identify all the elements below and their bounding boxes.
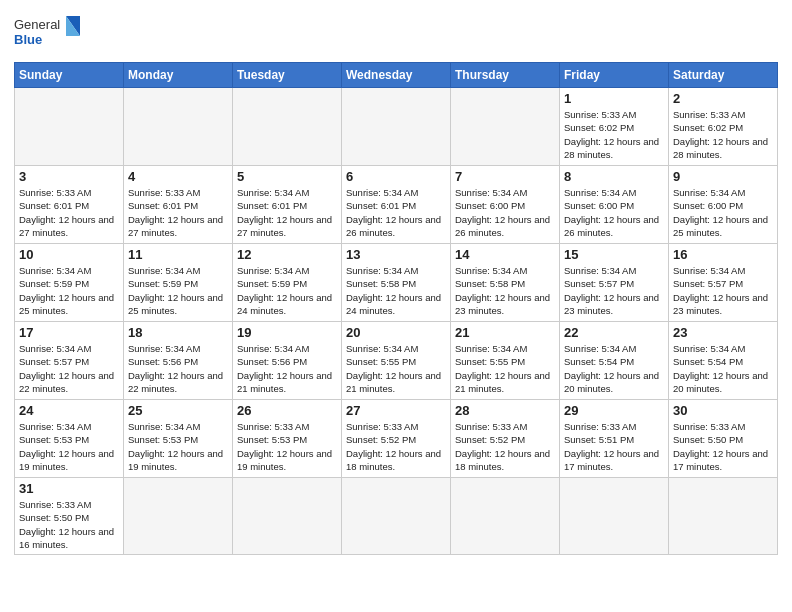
calendar-cell bbox=[342, 478, 451, 555]
calendar-cell bbox=[124, 88, 233, 166]
calendar-cell: 30Sunrise: 5:33 AM Sunset: 5:50 PM Dayli… bbox=[669, 400, 778, 478]
day-number: 10 bbox=[19, 247, 119, 262]
calendar-cell bbox=[124, 478, 233, 555]
calendar-cell: 12Sunrise: 5:34 AM Sunset: 5:59 PM Dayli… bbox=[233, 244, 342, 322]
calendar-cell bbox=[560, 478, 669, 555]
calendar-cell: 22Sunrise: 5:34 AM Sunset: 5:54 PM Dayli… bbox=[560, 322, 669, 400]
day-info: Sunrise: 5:33 AM Sunset: 5:52 PM Dayligh… bbox=[346, 420, 446, 473]
day-number: 13 bbox=[346, 247, 446, 262]
calendar-week-row: 17Sunrise: 5:34 AM Sunset: 5:57 PM Dayli… bbox=[15, 322, 778, 400]
day-info: Sunrise: 5:34 AM Sunset: 5:57 PM Dayligh… bbox=[19, 342, 119, 395]
day-info: Sunrise: 5:34 AM Sunset: 5:55 PM Dayligh… bbox=[455, 342, 555, 395]
calendar-cell: 25Sunrise: 5:34 AM Sunset: 5:53 PM Dayli… bbox=[124, 400, 233, 478]
day-number: 6 bbox=[346, 169, 446, 184]
calendar-week-row: 31Sunrise: 5:33 AM Sunset: 5:50 PM Dayli… bbox=[15, 478, 778, 555]
col-friday: Friday bbox=[560, 63, 669, 88]
calendar-cell: 23Sunrise: 5:34 AM Sunset: 5:54 PM Dayli… bbox=[669, 322, 778, 400]
col-monday: Monday bbox=[124, 63, 233, 88]
calendar-cell: 28Sunrise: 5:33 AM Sunset: 5:52 PM Dayli… bbox=[451, 400, 560, 478]
calendar-cell bbox=[233, 88, 342, 166]
day-number: 7 bbox=[455, 169, 555, 184]
calendar-cell bbox=[451, 88, 560, 166]
calendar-cell: 24Sunrise: 5:34 AM Sunset: 5:53 PM Dayli… bbox=[15, 400, 124, 478]
day-info: Sunrise: 5:34 AM Sunset: 6:00 PM Dayligh… bbox=[455, 186, 555, 239]
day-number: 21 bbox=[455, 325, 555, 340]
day-info: Sunrise: 5:33 AM Sunset: 5:52 PM Dayligh… bbox=[455, 420, 555, 473]
calendar-week-row: 3Sunrise: 5:33 AM Sunset: 6:01 PM Daylig… bbox=[15, 166, 778, 244]
calendar-cell bbox=[233, 478, 342, 555]
calendar-cell: 20Sunrise: 5:34 AM Sunset: 5:55 PM Dayli… bbox=[342, 322, 451, 400]
logo-svg: General Blue bbox=[14, 14, 82, 56]
day-info: Sunrise: 5:34 AM Sunset: 5:59 PM Dayligh… bbox=[128, 264, 228, 317]
day-number: 4 bbox=[128, 169, 228, 184]
col-sunday: Sunday bbox=[15, 63, 124, 88]
calendar-cell: 4Sunrise: 5:33 AM Sunset: 6:01 PM Daylig… bbox=[124, 166, 233, 244]
day-number: 23 bbox=[673, 325, 773, 340]
day-info: Sunrise: 5:34 AM Sunset: 5:53 PM Dayligh… bbox=[128, 420, 228, 473]
calendar-cell: 2Sunrise: 5:33 AM Sunset: 6:02 PM Daylig… bbox=[669, 88, 778, 166]
calendar-week-row: 24Sunrise: 5:34 AM Sunset: 5:53 PM Dayli… bbox=[15, 400, 778, 478]
day-info: Sunrise: 5:34 AM Sunset: 5:57 PM Dayligh… bbox=[564, 264, 664, 317]
day-number: 15 bbox=[564, 247, 664, 262]
day-number: 18 bbox=[128, 325, 228, 340]
day-info: Sunrise: 5:33 AM Sunset: 5:51 PM Dayligh… bbox=[564, 420, 664, 473]
col-thursday: Thursday bbox=[451, 63, 560, 88]
calendar-cell: 29Sunrise: 5:33 AM Sunset: 5:51 PM Dayli… bbox=[560, 400, 669, 478]
calendar-cell bbox=[451, 478, 560, 555]
day-info: Sunrise: 5:33 AM Sunset: 5:53 PM Dayligh… bbox=[237, 420, 337, 473]
calendar-cell: 18Sunrise: 5:34 AM Sunset: 5:56 PM Dayli… bbox=[124, 322, 233, 400]
day-info: Sunrise: 5:33 AM Sunset: 5:50 PM Dayligh… bbox=[673, 420, 773, 473]
day-info: Sunrise: 5:34 AM Sunset: 6:00 PM Dayligh… bbox=[564, 186, 664, 239]
calendar-cell: 19Sunrise: 5:34 AM Sunset: 5:56 PM Dayli… bbox=[233, 322, 342, 400]
day-info: Sunrise: 5:34 AM Sunset: 5:59 PM Dayligh… bbox=[237, 264, 337, 317]
day-number: 11 bbox=[128, 247, 228, 262]
calendar-cell: 16Sunrise: 5:34 AM Sunset: 5:57 PM Dayli… bbox=[669, 244, 778, 322]
day-number: 20 bbox=[346, 325, 446, 340]
day-number: 2 bbox=[673, 91, 773, 106]
svg-text:General: General bbox=[14, 17, 60, 32]
day-number: 19 bbox=[237, 325, 337, 340]
day-number: 14 bbox=[455, 247, 555, 262]
svg-text:Blue: Blue bbox=[14, 32, 42, 47]
calendar-cell: 10Sunrise: 5:34 AM Sunset: 5:59 PM Dayli… bbox=[15, 244, 124, 322]
day-number: 5 bbox=[237, 169, 337, 184]
calendar-cell: 13Sunrise: 5:34 AM Sunset: 5:58 PM Dayli… bbox=[342, 244, 451, 322]
day-info: Sunrise: 5:34 AM Sunset: 5:56 PM Dayligh… bbox=[237, 342, 337, 395]
calendar-cell: 11Sunrise: 5:34 AM Sunset: 5:59 PM Dayli… bbox=[124, 244, 233, 322]
calendar-header-row: Sunday Monday Tuesday Wednesday Thursday… bbox=[15, 63, 778, 88]
day-number: 16 bbox=[673, 247, 773, 262]
day-info: Sunrise: 5:33 AM Sunset: 6:02 PM Dayligh… bbox=[564, 108, 664, 161]
col-saturday: Saturday bbox=[669, 63, 778, 88]
day-info: Sunrise: 5:33 AM Sunset: 6:02 PM Dayligh… bbox=[673, 108, 773, 161]
calendar-cell bbox=[669, 478, 778, 555]
calendar-cell: 9Sunrise: 5:34 AM Sunset: 6:00 PM Daylig… bbox=[669, 166, 778, 244]
day-number: 29 bbox=[564, 403, 664, 418]
day-number: 26 bbox=[237, 403, 337, 418]
calendar-cell: 21Sunrise: 5:34 AM Sunset: 5:55 PM Dayli… bbox=[451, 322, 560, 400]
calendar-cell: 3Sunrise: 5:33 AM Sunset: 6:01 PM Daylig… bbox=[15, 166, 124, 244]
calendar-cell: 17Sunrise: 5:34 AM Sunset: 5:57 PM Dayli… bbox=[15, 322, 124, 400]
day-info: Sunrise: 5:34 AM Sunset: 5:54 PM Dayligh… bbox=[673, 342, 773, 395]
calendar-cell: 26Sunrise: 5:33 AM Sunset: 5:53 PM Dayli… bbox=[233, 400, 342, 478]
day-number: 27 bbox=[346, 403, 446, 418]
calendar-cell: 5Sunrise: 5:34 AM Sunset: 6:01 PM Daylig… bbox=[233, 166, 342, 244]
day-number: 24 bbox=[19, 403, 119, 418]
day-number: 30 bbox=[673, 403, 773, 418]
day-number: 1 bbox=[564, 91, 664, 106]
calendar-cell: 8Sunrise: 5:34 AM Sunset: 6:00 PM Daylig… bbox=[560, 166, 669, 244]
page: General Blue Sunday Monday Tuesday Wedne… bbox=[0, 0, 792, 565]
logo: General Blue bbox=[14, 14, 82, 56]
day-number: 12 bbox=[237, 247, 337, 262]
day-info: Sunrise: 5:34 AM Sunset: 5:56 PM Dayligh… bbox=[128, 342, 228, 395]
calendar-week-row: 1Sunrise: 5:33 AM Sunset: 6:02 PM Daylig… bbox=[15, 88, 778, 166]
day-info: Sunrise: 5:34 AM Sunset: 6:01 PM Dayligh… bbox=[346, 186, 446, 239]
day-number: 9 bbox=[673, 169, 773, 184]
calendar: Sunday Monday Tuesday Wednesday Thursday… bbox=[14, 62, 778, 555]
calendar-cell: 14Sunrise: 5:34 AM Sunset: 5:58 PM Dayli… bbox=[451, 244, 560, 322]
day-info: Sunrise: 5:33 AM Sunset: 6:01 PM Dayligh… bbox=[19, 186, 119, 239]
day-info: Sunrise: 5:33 AM Sunset: 5:50 PM Dayligh… bbox=[19, 498, 119, 551]
day-info: Sunrise: 5:34 AM Sunset: 6:00 PM Dayligh… bbox=[673, 186, 773, 239]
header: General Blue bbox=[14, 10, 778, 56]
day-number: 31 bbox=[19, 481, 119, 496]
col-wednesday: Wednesday bbox=[342, 63, 451, 88]
